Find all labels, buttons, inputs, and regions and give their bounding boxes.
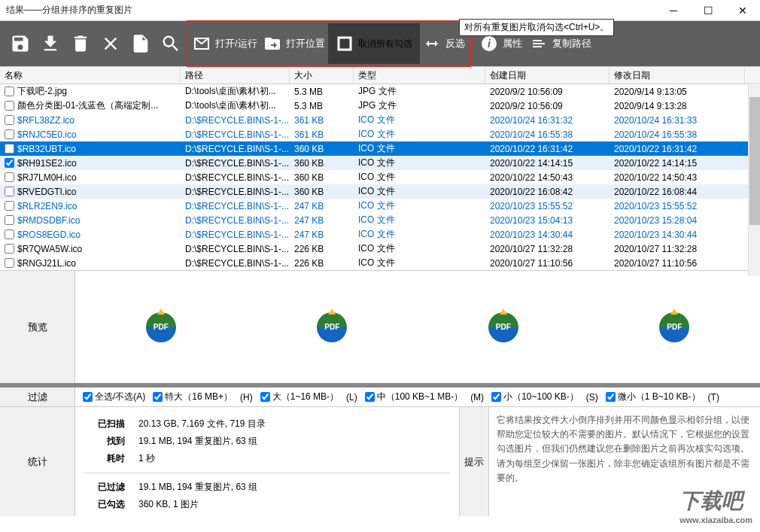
preview-cell: PDF [418, 271, 589, 383]
col-name-header[interactable]: 名称 [0, 67, 181, 84]
invert-label: 反选 [445, 37, 465, 50]
col-modified-header[interactable]: 修改日期 [610, 67, 745, 84]
filter-label: 过滤 [0, 388, 75, 406]
preview-label: 预览 [0, 271, 75, 383]
col-size-header[interactable]: 大小 [290, 67, 354, 84]
deselect-all-button[interactable]: 取消所有勾选 [328, 23, 420, 64]
row-checkbox[interactable] [5, 201, 14, 211]
filter-medium[interactable]: 中（100 KB~1 MB-） [365, 391, 463, 403]
column-headers: 名称 路径 大小 类型 创建日期 修改日期 [0, 66, 760, 84]
row-checkbox[interactable] [5, 144, 14, 154]
remove-icon[interactable] [96, 26, 125, 62]
col-created-header[interactable]: 创建日期 [485, 67, 610, 84]
row-checkbox[interactable] [5, 230, 14, 239]
pdf-icon: PDF [488, 312, 518, 342]
table-row[interactable]: $R7QWA5W.icoD:\$RECYCLE.BIN\S-1-...226 K… [0, 242, 760, 256]
delete-icon[interactable] [66, 26, 95, 62]
vertical-scrollbar[interactable] [748, 85, 760, 276]
table-row[interactable]: $RMDSDBF.icoD:\$RECYCLE.BIN\S-1-...247 K… [0, 213, 760, 227]
row-checkbox[interactable] [5, 258, 14, 268]
row-checkbox[interactable] [5, 187, 14, 196]
filter-section: 过滤 全选/不选(A) 特大（16 MB+） (H) 大（1~16 MB-） (… [0, 388, 760, 407]
pdf-icon: PDF [146, 312, 176, 342]
table-row[interactable]: $RVEDGTI.icoD:\$RECYCLE.BIN\S-1-...360 K… [0, 184, 760, 199]
col-path-header[interactable]: 路径 [181, 67, 290, 84]
file-icon[interactable] [126, 26, 155, 62]
preview-section: 预览 PDF PDF PDF PDF [0, 270, 760, 383]
table-row[interactable]: $RJ7LM0H.icoD:\$RECYCLE.BIN\S-1-...360 K… [0, 170, 760, 184]
open-location-label: 打开位置 [286, 37, 325, 50]
pdf-icon: PDF [317, 312, 347, 342]
row-checkbox[interactable] [5, 172, 14, 182]
toolbar: 打开/运行 打开位置 取消所有勾选 反选 i 属性 复制路径 [0, 21, 760, 66]
table-row[interactable]: $RNJC5E0.icoD:\$RECYCLE.BIN\S-1-...361 K… [0, 127, 760, 141]
table-row[interactable]: $RH91SE2.icoD:\$RECYCLE.BIN\S-1-...360 K… [0, 156, 760, 170]
row-checkbox[interactable] [5, 244, 14, 254]
col-type-header[interactable]: 类型 [354, 67, 485, 84]
close-button[interactable]: ✕ [725, 0, 760, 21]
stats-content: 已扫描20.13 GB, 7,169 文件, 719 目录 找到19.1 MB,… [75, 407, 459, 516]
svg-rect-0 [339, 38, 351, 50]
table-row[interactable]: $RLR2EN9.icoD:\$RECYCLE.BIN\S-1-...247 K… [0, 199, 760, 213]
tips-label: 提示 [459, 407, 489, 516]
row-checkbox[interactable] [5, 215, 14, 225]
properties-label: 属性 [503, 37, 522, 50]
filter-tiny[interactable]: 微小（1 B~10 KB-） [606, 391, 701, 403]
bottom-area: 统计 已扫描20.13 GB, 7,169 文件, 719 目录 找到19.1 … [0, 407, 760, 516]
stats-label: 统计 [0, 407, 75, 516]
pdf-icon: PDF [659, 312, 689, 342]
file-list: 下载吧-2.jpgD:\tools\桌面\素材\初...5.3 MBJPG 文件… [0, 84, 760, 270]
table-row[interactable]: 下载吧-2.jpgD:\tools\桌面\素材\初...5.3 MBJPG 文件… [0, 84, 760, 99]
filter-small[interactable]: 小（10~100 KB-） [491, 391, 579, 403]
filter-select-all[interactable]: 全选/不选(A) [83, 391, 145, 403]
open-location-button[interactable]: 打开位置 [260, 26, 328, 62]
titlebar: 结果——分组并排序的重复图片 ─ ☐ ✕ [0, 0, 760, 21]
open-run-label: 打开/运行 [215, 37, 257, 50]
minimize-button[interactable]: ─ [656, 0, 691, 21]
window-title: 结果——分组并排序的重复图片 [0, 4, 656, 17]
row-checkbox[interactable] [5, 115, 14, 125]
maximize-button[interactable]: ☐ [691, 0, 725, 21]
preview-cell: PDF [75, 271, 247, 383]
table-row[interactable]: 颜色分类图-01-浅蓝色（高端定制...D:\tools\桌面\素材\初...5… [0, 99, 760, 113]
table-row[interactable]: $ROS8EGD.icoD:\$RECYCLE.BIN\S-1-...247 K… [0, 227, 760, 242]
table-row[interactable]: $RFL38ZZ.icoD:\$RECYCLE.BIN\S-1-...361 K… [0, 113, 760, 127]
watermark: 下载吧 www.xiazaiba.com [679, 487, 752, 524]
table-row[interactable]: $RNGJ21L.icoD:\$RECYCLE.BIN\S-1-...226 K… [0, 256, 760, 270]
copy-path-label: 复制路径 [552, 37, 591, 50]
row-checkbox[interactable] [5, 158, 14, 168]
tooltip: 对所有重复图片取消勾选<Ctrl+U>。 [459, 19, 614, 36]
preview-cell: PDF [247, 271, 418, 383]
open-run-button[interactable]: 打开/运行 [190, 26, 260, 62]
scrollbar-thumb[interactable] [749, 97, 760, 225]
save-icon[interactable] [6, 26, 35, 62]
download-icon[interactable] [36, 26, 65, 62]
preview-cell: PDF [589, 271, 761, 383]
row-checkbox[interactable] [5, 87, 14, 96]
row-checkbox[interactable] [5, 129, 14, 139]
search-icon[interactable] [157, 26, 185, 62]
filter-xl[interactable]: 特大（16 MB+） [153, 391, 233, 403]
table-row[interactable]: $RB32UBT.icoD:\$RECYCLE.BIN\S-1-...360 K… [0, 141, 760, 156]
row-checkbox[interactable] [5, 101, 14, 111]
highlighted-toolbar-group: 打开/运行 打开位置 取消所有勾选 反选 [187, 20, 471, 67]
deselect-all-label: 取消所有勾选 [358, 38, 412, 50]
filter-large[interactable]: 大（1~16 MB-） [260, 391, 339, 403]
